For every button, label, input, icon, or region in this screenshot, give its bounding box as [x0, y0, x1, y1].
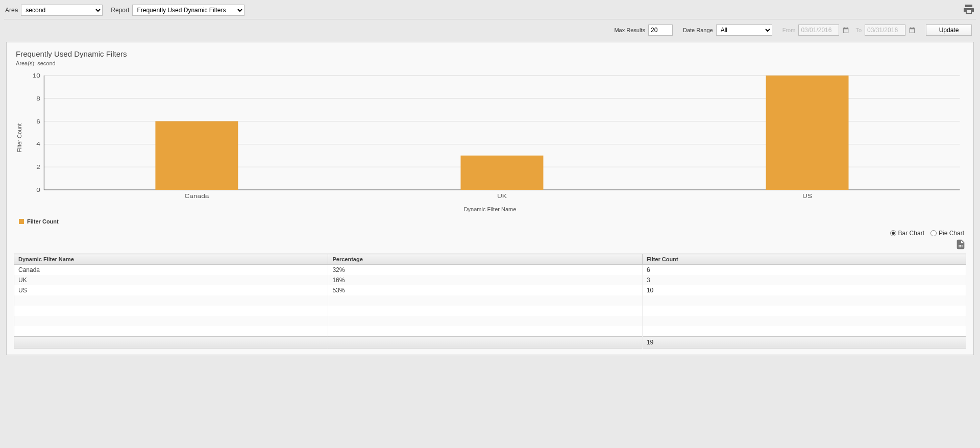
col-header-pct[interactable]: Percentage: [328, 254, 642, 265]
bar-chart-svg: 0246810CanadaUKUS: [25, 71, 966, 204]
table-row[interactable]: UK 16% 3: [14, 275, 966, 285]
col-header-name[interactable]: Dynamic Filter Name: [14, 254, 328, 265]
pie-chart-radio[interactable]: Pie Chart: [930, 230, 964, 237]
legend-label: Filter Count: [27, 218, 59, 225]
bar-Canada[interactable]: [155, 121, 238, 190]
cell-name: Canada: [14, 265, 328, 276]
calendar-from-icon: [842, 27, 849, 34]
from-date-input: [798, 24, 839, 36]
x-axis-label: Dynamic Filter Name: [14, 204, 966, 215]
export-row: [14, 238, 966, 254]
svg-text:10: 10: [33, 72, 40, 79]
date-range-label: Date Range: [683, 27, 713, 33]
area-label: Area: [5, 7, 18, 14]
table-row[interactable]: US 53% 10: [14, 285, 966, 295]
to-label: To: [855, 27, 862, 33]
footer-cell-name: [14, 337, 328, 349]
cell-pct: 16%: [328, 275, 642, 285]
cell-name: UK: [14, 275, 328, 285]
legend-swatch: [19, 219, 24, 224]
bar-UK[interactable]: [460, 156, 543, 190]
pie-chart-radio-label: Pie Chart: [939, 230, 964, 237]
y-axis-label: Filter Count: [16, 123, 22, 153]
report-select[interactable]: Frequently Used Dynamic Filters: [132, 5, 244, 16]
svg-text:4: 4: [36, 141, 40, 147]
svg-text:US: US: [802, 193, 812, 199]
table-row: .: [14, 326, 966, 337]
chart-legend: Filter Count: [14, 215, 966, 226]
table-footer: 19: [14, 337, 966, 349]
bar-US[interactable]: [766, 76, 849, 190]
data-table: Dynamic Filter Name Percentage Filter Co…: [14, 254, 966, 349]
y-axis-label-wrap: Filter Count: [14, 71, 25, 204]
chart-area: 0246810CanadaUKUS: [25, 71, 966, 204]
cell-pct: 32%: [328, 265, 642, 276]
table-row: .: [14, 306, 966, 316]
top-toolbar: Area second Report Frequently Used Dynam…: [0, 0, 980, 19]
report-label: Report: [111, 7, 129, 14]
date-range-select[interactable]: All: [716, 24, 772, 36]
table-body: Canada 32% 6 UK 16% 3 US 53% 10 ....: [14, 265, 966, 337]
area-select[interactable]: second: [21, 5, 103, 16]
svg-text:UK: UK: [497, 193, 507, 199]
table-row: .: [14, 295, 966, 306]
report-title: Frequently Used Dynamic Filters: [16, 49, 966, 58]
table-row: .: [14, 316, 966, 326]
max-results-input[interactable]: [648, 24, 673, 36]
max-results-label: Max Results: [614, 27, 645, 33]
to-date-input: [865, 24, 905, 36]
col-header-count[interactable]: Filter Count: [642, 254, 966, 265]
cell-count: 10: [642, 285, 966, 295]
export-csv-icon[interactable]: [955, 239, 966, 252]
svg-text:6: 6: [36, 118, 40, 125]
svg-text:2: 2: [36, 164, 40, 170]
chart-container: Filter Count 0246810CanadaUKUS: [14, 71, 966, 204]
cell-count: 6: [642, 265, 966, 276]
svg-text:Canada: Canada: [184, 193, 209, 199]
footer-cell-pct: [328, 337, 642, 349]
cell-count: 3: [642, 275, 966, 285]
report-subtitle: Area(s): second: [16, 60, 966, 66]
cell-pct: 53%: [328, 285, 642, 295]
footer-cell-count: 19: [642, 337, 966, 349]
chart-type-row: Bar Chart Pie Chart: [14, 226, 966, 238]
filter-row: Max Results Date Range All From To Updat…: [0, 19, 980, 40]
update-button[interactable]: Update: [926, 24, 972, 36]
from-label: From: [782, 27, 796, 33]
bar-chart-radio-label: Bar Chart: [898, 230, 924, 237]
table-header: Dynamic Filter Name Percentage Filter Co…: [14, 254, 966, 265]
cell-name: US: [14, 285, 328, 295]
bar-chart-radio[interactable]: Bar Chart: [890, 230, 924, 237]
print-icon[interactable]: [963, 3, 975, 17]
svg-text:0: 0: [36, 187, 40, 193]
table-row[interactable]: Canada 32% 6: [14, 265, 966, 276]
calendar-to-icon: [909, 27, 916, 34]
svg-text:8: 8: [36, 95, 40, 102]
content-panel: Frequently Used Dynamic Filters Area(s):…: [6, 42, 974, 355]
